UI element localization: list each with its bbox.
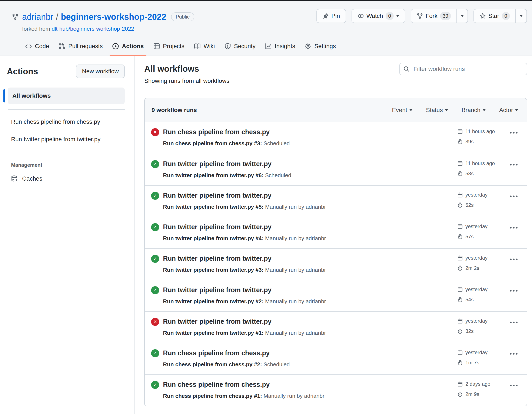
sidebar-title: Actions: [7, 67, 38, 76]
run-title-link[interactable]: Run twitter pipeline from twitter.py: [163, 286, 326, 294]
star-button[interactable]: Star 0: [474, 9, 515, 22]
run-subtitle: Run twitter pipeline from twitter.py #3:…: [163, 266, 326, 273]
calendar-icon: [457, 318, 463, 324]
pull-request-icon: [59, 43, 65, 50]
run-options-kebab-button[interactable]: [510, 289, 518, 293]
sidebar-item-twitter-workflow[interactable]: Run twitter pipeline from twitter.py: [3, 132, 125, 147]
run-row-left: ✓ Run twitter pipeline from twitter.py R…: [151, 254, 326, 280]
run-ref-link[interactable]: Run twitter pipeline from twitter.py #4:: [163, 235, 263, 241]
run-title-link[interactable]: Run chess pipeline from chess.py: [163, 380, 324, 389]
run-subtitle: Run chess pipeline from chess.py #2: Sch…: [163, 361, 290, 368]
run-time-block: yesterday 54s: [457, 286, 500, 303]
tab-insights[interactable]: Insights: [260, 37, 300, 56]
stopwatch-icon: [457, 265, 463, 271]
run-title-link[interactable]: Run twitter pipeline from twitter.py: [163, 223, 326, 231]
run-duration: 57s: [465, 234, 474, 240]
new-workflow-button[interactable]: New workflow: [76, 64, 125, 78]
run-options-kebab-button[interactable]: [510, 194, 518, 198]
run-date: 11 hours ago: [465, 128, 495, 134]
calendar-icon: [457, 224, 463, 229]
tab-actions[interactable]: Actions: [108, 37, 149, 56]
run-title-link[interactable]: Run twitter pipeline from twitter.py: [163, 160, 291, 168]
chevron-down-icon: [520, 15, 523, 17]
workflow-run-row: ✕ Run chess pipeline from chess.py Run c…: [145, 122, 527, 154]
sidebar-header: Actions New workflow: [3, 64, 125, 78]
forked-from-link[interactable]: dlt-hub/beginners-workshop-2022: [52, 26, 134, 32]
run-options-kebab-button[interactable]: [510, 257, 518, 261]
run-date-line: yesterday: [457, 223, 500, 230]
run-row-right: yesterday 32s: [457, 317, 518, 343]
run-ref-link[interactable]: Run chess pipeline from chess.py #1:: [163, 393, 262, 399]
run-title-link[interactable]: Run twitter pipeline from twitter.py: [163, 317, 326, 326]
run-options-kebab-button[interactable]: [510, 163, 518, 167]
sidebar-item-chess-workflow[interactable]: Run chess pipeline from chess.py: [3, 114, 125, 129]
repo-owner-link[interactable]: adrianbr: [22, 12, 53, 22]
run-duration-line: 32s: [457, 328, 500, 335]
chevron-down-icon: [483, 109, 486, 111]
run-duration-line: 57s: [457, 233, 500, 240]
run-time-block: 2 days ago 2m 9s: [457, 380, 500, 398]
star-dropdown-button[interactable]: [515, 9, 526, 22]
chevron-down-icon: [396, 15, 399, 17]
run-text: Run twitter pipeline from twitter.py Run…: [163, 317, 326, 336]
success-check-icon: ✓: [151, 381, 159, 389]
star-button-label: Star: [488, 12, 499, 19]
filter-workflow-runs-input[interactable]: [399, 63, 527, 75]
run-ref-link[interactable]: Run twitter pipeline from twitter.py #3:: [163, 267, 263, 273]
actor-filter-dropdown[interactable]: Actor: [499, 107, 518, 114]
fork-icon: [417, 13, 423, 19]
run-title-link[interactable]: Run twitter pipeline from twitter.py: [163, 191, 326, 200]
run-subtitle: Run chess pipeline from chess.py #1: Man…: [163, 392, 324, 399]
run-duration: 52s: [465, 202, 474, 208]
run-row-right: yesterday 52s: [457, 191, 518, 217]
workflow-runs-count: 9 workflow runs: [151, 107, 197, 114]
tab-pull-requests[interactable]: Pull requests: [54, 37, 108, 56]
run-ref-link[interactable]: Run chess pipeline from chess.py #2:: [163, 361, 262, 368]
run-date-line: 11 hours ago: [457, 128, 500, 135]
run-row-right: yesterday 54s: [457, 286, 518, 311]
run-options-kebab-button[interactable]: [510, 320, 518, 324]
run-row-left: ✓ Run twitter pipeline from twitter.py R…: [151, 286, 326, 311]
run-ref-link[interactable]: Run twitter pipeline from twitter.py #5:: [163, 204, 263, 210]
run-time-block: yesterday 57s: [457, 223, 500, 240]
run-ref-link[interactable]: Run twitter pipeline from twitter.py #2:: [163, 298, 263, 304]
run-event-desc: Manually run by adrianbr: [265, 330, 326, 336]
run-ref-link[interactable]: Run chess pipeline from chess.py #3:: [163, 140, 262, 146]
fork-button[interactable]: Fork 39: [411, 9, 456, 22]
run-ref-link[interactable]: Run twitter pipeline from twitter.py #6:: [163, 172, 263, 178]
tab-security[interactable]: Security: [220, 37, 260, 56]
run-subtitle: Run twitter pipeline from twitter.py #2:…: [163, 298, 326, 305]
run-title-link[interactable]: Run chess pipeline from chess.py: [163, 349, 290, 357]
tab-wiki[interactable]: Wiki: [189, 37, 220, 56]
repo-name-link[interactable]: beginners-workshop-2022: [61, 12, 166, 22]
run-options-kebab-button[interactable]: [510, 352, 518, 356]
tab-code[interactable]: Code: [20, 37, 54, 56]
run-ref-link[interactable]: Run twitter pipeline from twitter.py #1:: [163, 330, 263, 336]
run-options-kebab-button[interactable]: [510, 131, 518, 135]
repo-separator: /: [56, 12, 58, 22]
run-title-link[interactable]: Run twitter pipeline from twitter.py: [163, 254, 326, 263]
fork-dropdown-button[interactable]: [456, 9, 468, 22]
tab-settings[interactable]: Settings: [300, 37, 341, 56]
sidebar-item-caches[interactable]: Caches: [3, 175, 125, 182]
cache-database-icon: [11, 175, 18, 182]
run-duration: 1m 7s: [465, 360, 479, 366]
run-time-block: yesterday 52s: [457, 191, 500, 209]
status-filter-dropdown[interactable]: Status: [426, 107, 448, 114]
sidebar-item-all-workflows[interactable]: All workflows: [8, 88, 125, 104]
run-row-right: yesterday 57s: [457, 223, 518, 248]
run-options-kebab-button[interactable]: [510, 383, 518, 387]
run-options-kebab-button[interactable]: [510, 226, 518, 230]
tab-projects[interactable]: Projects: [149, 37, 189, 56]
watch-button[interactable]: Watch 0: [352, 9, 405, 22]
run-title-link[interactable]: Run chess pipeline from chess.py: [163, 128, 290, 136]
run-time-block: yesterday 2m 2s: [457, 254, 500, 272]
run-duration: 2m 2s: [465, 265, 479, 271]
workflow-run-row: ✓ Run twitter pipeline from twitter.py R…: [145, 217, 527, 248]
pin-button[interactable]: Pin: [317, 9, 345, 22]
main-header-text: All workflows Showing runs from all work…: [144, 63, 229, 84]
event-filter-dropdown[interactable]: Event: [392, 107, 412, 114]
run-date-line: yesterday: [457, 317, 500, 324]
branch-filter-dropdown[interactable]: Branch: [462, 107, 486, 114]
pin-button-group: Pin: [316, 9, 346, 23]
